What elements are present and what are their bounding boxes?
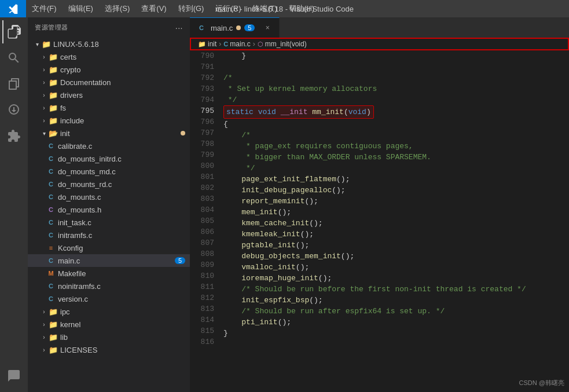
sidebar-item-do-mounts-md[interactable]: C do_mounts_md.c bbox=[28, 165, 190, 178]
c-file-icon: C bbox=[46, 294, 56, 303]
code-line-804: mem_init(); bbox=[223, 207, 564, 218]
code-line-794: */ bbox=[223, 94, 564, 105]
menu-goto[interactable]: 转到(G) bbox=[172, 0, 210, 17]
menu-edit[interactable]: 编辑(E) bbox=[63, 0, 99, 17]
tab-close-button[interactable]: × bbox=[263, 23, 272, 32]
menu-help[interactable]: 帮助(H) bbox=[283, 0, 320, 17]
sidebar-item-init-task[interactable]: C init_task.c bbox=[28, 216, 190, 229]
sidebar-item-calibrate[interactable]: C calibrate.c bbox=[28, 140, 190, 152]
code-line-795: static void __init mm_init(void) bbox=[223, 105, 564, 119]
sidebar-item-include[interactable]: › 📁 include bbox=[28, 114, 190, 127]
breadcrumb-init[interactable]: 📁 init bbox=[198, 40, 216, 48]
sidebar-item-do-mounts-h[interactable]: C do_mounts.h bbox=[28, 203, 190, 216]
line-num: 811 bbox=[194, 281, 214, 292]
activity-bar bbox=[0, 17, 28, 392]
sidebar-item-licenses[interactable]: › 📁 LICENSES bbox=[28, 343, 190, 356]
expand-arrow-icon: › bbox=[39, 320, 49, 329]
line-num: 791 bbox=[194, 61, 214, 72]
code-line-800: */ bbox=[223, 163, 564, 174]
code-line-811: /* Should be run before the first non-in… bbox=[223, 284, 564, 295]
tab-main-c[interactable]: C main.c 5 × bbox=[190, 17, 280, 38]
sidebar-item-version[interactable]: C version.c bbox=[28, 292, 190, 305]
code-line-790: } bbox=[223, 50, 564, 61]
folder-icon: 📁 bbox=[49, 332, 58, 342]
breadcrumb: 📁 init › C main.c › ⬡ mm_init(void) bbox=[190, 38, 569, 50]
tab-label: main.c bbox=[211, 24, 233, 32]
breadcrumb-sep-1: › bbox=[219, 40, 221, 48]
folder-label: certs bbox=[60, 53, 76, 61]
expand-arrow-icon: › bbox=[39, 78, 49, 87]
menu-bar[interactable]: 文件(F) 编辑(E) 选择(S) 查看(V) 转到(G) 运行(R) 终端(T… bbox=[0, 0, 320, 17]
menu-file[interactable]: 文件(F) bbox=[26, 0, 63, 17]
code-line-810: ioremap_huge_init(); bbox=[223, 273, 564, 284]
sidebar-item-certs[interactable]: › 📁 certs bbox=[28, 50, 190, 63]
menu-terminal[interactable]: 终端(T) bbox=[247, 0, 283, 17]
menu-items[interactable]: 文件(F) 编辑(E) 选择(S) 查看(V) 转到(G) 运行(R) 终端(T… bbox=[26, 0, 320, 17]
folder-open-icon: 📂 bbox=[49, 129, 58, 138]
menu-run[interactable]: 运行(R) bbox=[210, 0, 247, 17]
code-line-814: pti_init(); bbox=[223, 317, 564, 328]
menu-view[interactable]: 查看(V) bbox=[135, 0, 172, 17]
expand-arrow-icon: › bbox=[39, 116, 49, 125]
activity-debug[interactable] bbox=[2, 98, 25, 122]
sidebar-item-kconfig[interactable]: ≡ Kconfig bbox=[28, 241, 190, 254]
file-label: do_mounts.h bbox=[58, 206, 101, 214]
sidebar-item-makefile[interactable]: M Makefile bbox=[28, 267, 190, 280]
line-num: 799 bbox=[194, 149, 214, 160]
sidebar-item-ipc[interactable]: › 📁 ipc bbox=[28, 305, 190, 318]
expand-arrow-icon: ▾ bbox=[39, 129, 49, 138]
c-file-icon: C bbox=[46, 167, 56, 176]
file-badge: 5 bbox=[175, 257, 185, 264]
folder-icon: 📁 bbox=[49, 345, 58, 354]
sidebar-item-main-c[interactable]: C main.c 5 bbox=[28, 254, 190, 267]
activity-remote[interactable] bbox=[2, 364, 25, 387]
code-line-793: * Set up kernel memory allocators bbox=[223, 83, 564, 94]
sidebar-item-drivers[interactable]: › 📁 drivers bbox=[28, 89, 190, 101]
breadcrumb-function[interactable]: ⬡ mm_init(void) bbox=[258, 40, 307, 48]
sidebar-item-do-mounts-rd[interactable]: C do_mounts_rd.c bbox=[28, 178, 190, 190]
activity-source-control[interactable] bbox=[2, 72, 25, 96]
sidebar-more-icon[interactable]: ··· bbox=[175, 23, 183, 32]
activity-explorer[interactable] bbox=[2, 20, 25, 43]
code-line-812: init_espfix_bsp(); bbox=[223, 295, 564, 306]
sidebar-tree[interactable]: ▾ 📁 LINUX-5.6.18 › 📁 certs › 📁 crypto › … bbox=[28, 38, 190, 392]
sidebar-actions[interactable]: ··· bbox=[175, 23, 183, 32]
sidebar-item-initramfs[interactable]: C initramfs.c bbox=[28, 229, 190, 241]
sidebar-item-documentation[interactable]: › 📁 Documentation bbox=[28, 76, 190, 89]
code-content[interactable]: } /* * Set up kernel memory allocators *… bbox=[219, 50, 569, 392]
sidebar-item-crypto[interactable]: › 📁 crypto bbox=[28, 63, 190, 76]
expand-arrow-icon: › bbox=[39, 307, 49, 316]
folder-label: init bbox=[60, 129, 70, 138]
activity-extensions[interactable] bbox=[2, 124, 25, 148]
code-line-802: init_debug_pagealloc(); bbox=[223, 185, 564, 196]
sidebar-item-lib[interactable]: › 📁 lib bbox=[28, 331, 190, 343]
sidebar-item-fs[interactable]: › 📁 fs bbox=[28, 101, 190, 114]
folder-label: Documentation bbox=[60, 78, 111, 87]
file-label: init_task.c bbox=[58, 218, 91, 227]
root-folder-label: LINUX-5.6.18 bbox=[53, 40, 99, 49]
tree-root-folder[interactable]: ▾ 📁 LINUX-5.6.18 bbox=[28, 38, 190, 50]
main-layout: 资源管理器 ··· ▾ 📁 LINUX-5.6.18 › 📁 certs › 📁 bbox=[0, 17, 569, 392]
activity-search[interactable] bbox=[2, 46, 25, 69]
line-num: 804 bbox=[194, 204, 214, 215]
folder-label: ipc bbox=[60, 307, 70, 316]
menu-select[interactable]: 选择(S) bbox=[99, 0, 135, 17]
code-line-797: /* bbox=[223, 130, 564, 141]
code-editor[interactable]: 790 791 792 793 794 795 796 797 798 799 … bbox=[190, 50, 569, 392]
code-line-803: report_meminit(); bbox=[223, 196, 564, 207]
sidebar-item-kernel[interactable]: › 📁 kernel bbox=[28, 318, 190, 331]
expand-arrow-icon: ▾ bbox=[32, 39, 42, 49]
expand-arrow-icon: › bbox=[39, 103, 49, 112]
breadcrumb-file[interactable]: C main.c bbox=[223, 40, 250, 48]
line-num: 795 bbox=[194, 105, 214, 116]
folder-icon: 📁 bbox=[49, 116, 58, 125]
tab-bar: C main.c 5 × bbox=[190, 17, 569, 38]
expand-arrow-icon: › bbox=[39, 332, 49, 342]
sidebar-header: 资源管理器 ··· bbox=[28, 17, 190, 38]
sidebar-item-noinitramfs[interactable]: C noinitramfs.c bbox=[28, 280, 190, 292]
c-file-icon: C bbox=[46, 218, 56, 227]
line-num: 816 bbox=[194, 336, 214, 347]
sidebar-item-init[interactable]: ▾ 📂 init bbox=[28, 127, 190, 140]
sidebar-item-do-mounts[interactable]: C do_mounts.c bbox=[28, 190, 190, 203]
sidebar-item-do-mounts-initrd[interactable]: C do_mounts_initrd.c bbox=[28, 152, 190, 165]
